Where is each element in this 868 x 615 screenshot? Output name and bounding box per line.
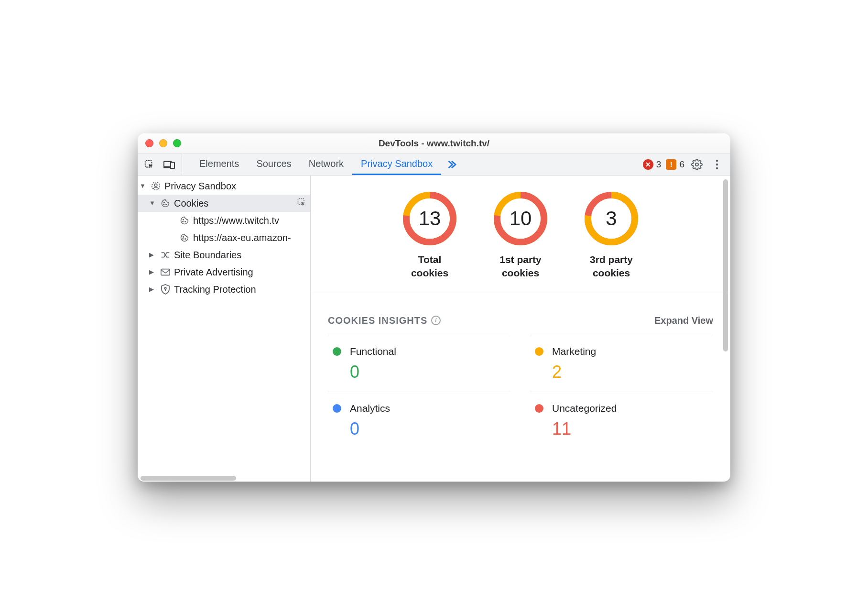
window-title: DevTools - www.twitch.tv/ (144, 138, 724, 149)
tab-elements[interactable]: Elements (191, 154, 248, 175)
minimize-window-button[interactable] (159, 139, 167, 147)
sidebar-item-label: Site Boundaries (174, 250, 310, 261)
sidebar-item-site-boundaries[interactable]: ▶ Site Boundaries (138, 246, 310, 264)
category-dot-icon (333, 404, 341, 413)
svg-point-15 (183, 221, 184, 222)
svg-point-18 (183, 239, 184, 240)
sidebar-tree: ▼ Privacy Sandbox ▼ Cookies (138, 176, 310, 298)
console-warnings-badge[interactable]: ! 6 (666, 159, 684, 170)
sidebar-horizontal-scrollbar[interactable] (141, 475, 307, 482)
devtools-toolbar: Elements Sources Network Privacy Sandbox… (138, 154, 730, 176)
insight-card-uncategorized[interactable]: Uncategorized 11 (530, 392, 713, 449)
stat-first-party-cookies[interactable]: 10 1st partycookies (492, 190, 549, 280)
titlebar: DevTools - www.twitch.tv/ (138, 133, 730, 154)
cookie-icon (179, 215, 190, 226)
envelope-icon (160, 266, 171, 278)
close-window-button[interactable] (145, 139, 153, 147)
site-boundaries-icon (160, 249, 171, 261)
errors-count: 3 (656, 159, 662, 170)
more-tabs-button[interactable] (441, 159, 461, 170)
insight-label: Uncategorized (552, 403, 617, 414)
svg-rect-0 (145, 160, 152, 167)
svg-point-14 (183, 220, 184, 220)
category-dot-icon (535, 404, 543, 413)
svg-point-6 (716, 163, 718, 165)
sidebar-item-origin[interactable]: ▶ https://www.twitch.tv (138, 212, 310, 229)
info-icon[interactable]: i (431, 316, 441, 325)
toolbar-right-group: ✕ 3 ! 6 (643, 157, 727, 172)
svg-point-17 (183, 237, 184, 238)
insights-grid: Functional 0 Marketing 2 (328, 335, 713, 449)
stat-value: 3 (583, 190, 640, 247)
zoom-window-button[interactable] (173, 139, 181, 147)
main-vertical-scrollbar[interactable] (723, 179, 728, 478)
insight-card-analytics[interactable]: Analytics 0 (328, 392, 511, 449)
svg-point-7 (716, 167, 718, 169)
sidebar-item-cookies[interactable]: ▼ Cookies (138, 195, 310, 212)
privacy-sandbox-icon (150, 180, 162, 192)
sidebar-item-label: Privacy Sandbox (164, 181, 310, 192)
shield-icon (160, 284, 171, 295)
insight-count: 0 (350, 419, 506, 439)
stat-total-cookies[interactable]: 13 Totalcookies (401, 190, 458, 280)
stat-label: 3rd partycookies (590, 253, 633, 280)
insight-count: 2 (552, 362, 708, 382)
chevron-down-icon: ▼ (149, 199, 157, 207)
more-options-button[interactable] (709, 157, 725, 172)
insight-count: 0 (350, 362, 506, 382)
cookie-icon (179, 232, 190, 243)
tab-sources[interactable]: Sources (248, 154, 300, 175)
toolbar-left-group (141, 154, 182, 175)
cookie-icon (160, 198, 171, 209)
svg-rect-3 (171, 162, 174, 168)
sidebar-item-label: Cookies (174, 198, 294, 209)
inspect-element-icon[interactable] (141, 157, 157, 172)
insight-label: Marketing (552, 346, 596, 357)
expand-view-button[interactable]: Expand View (654, 315, 713, 326)
panel-body: ▼ Privacy Sandbox ▼ Cookies (138, 176, 730, 482)
svg-point-12 (166, 204, 167, 205)
chevron-right-icon: ▶ (149, 286, 157, 293)
cookie-stats-row: 13 Totalcookies 10 1st (311, 176, 730, 293)
insight-label: Analytics (350, 403, 390, 414)
settings-button[interactable] (689, 157, 705, 172)
category-dot-icon (333, 347, 341, 356)
device-toolbar-icon[interactable] (162, 157, 177, 172)
insight-card-functional[interactable]: Functional 0 (328, 335, 511, 392)
sidebar-item-private-advertising[interactable]: ▶ Private Advertising (138, 264, 310, 281)
svg-point-9 (154, 184, 157, 187)
stat-label: 1st partycookies (499, 253, 542, 280)
svg-point-10 (164, 202, 165, 203)
chevron-down-icon: ▼ (140, 182, 147, 189)
svg-point-5 (716, 159, 718, 162)
panel-tabs: Elements Sources Network Privacy Sandbox (191, 154, 461, 175)
sidebar-item-label: Tracking Protection (174, 284, 310, 295)
insights-header: COOKIES INSIGHTS i Expand View (328, 315, 713, 326)
inspect-icon[interactable] (297, 198, 306, 209)
insight-card-marketing[interactable]: Marketing 2 (530, 335, 713, 392)
sidebar-item-tracking-protection[interactable]: ▶ Tracking Protection (138, 281, 310, 298)
main-content: 13 Totalcookies 10 1st (311, 176, 730, 482)
sidebar-item-label: https://aax-eu.amazon- (193, 232, 310, 243)
donut-chart: 10 (492, 190, 549, 247)
sidebar-item-origin[interactable]: ▶ https://aax-eu.amazon- (138, 229, 310, 246)
error-icon: ✕ (643, 159, 653, 170)
console-errors-badge[interactable]: ✕ 3 (643, 159, 662, 170)
stat-third-party-cookies[interactable]: 3 3rd partycookies (583, 190, 640, 280)
sidebar-item-privacy-sandbox[interactable]: ▼ Privacy Sandbox (138, 177, 310, 195)
warning-icon: ! (666, 159, 676, 170)
stat-value: 13 (401, 190, 458, 247)
tab-privacy-sandbox[interactable]: Privacy Sandbox (352, 154, 441, 175)
svg-rect-13 (298, 198, 304, 205)
donut-chart: 13 (401, 190, 458, 247)
insight-label: Functional (350, 346, 396, 357)
insights-title: COOKIES INSIGHTS i (328, 315, 441, 326)
tab-network[interactable]: Network (300, 154, 352, 175)
svg-point-11 (163, 204, 164, 205)
svg-point-4 (695, 163, 698, 166)
warnings-count: 6 (679, 159, 684, 170)
stat-label: Totalcookies (411, 253, 448, 280)
chevron-right-icon: ▶ (149, 268, 157, 275)
devtools-window: DevTools - www.twitch.tv/ Elements Sourc… (138, 133, 730, 482)
svg-rect-21 (161, 269, 170, 275)
